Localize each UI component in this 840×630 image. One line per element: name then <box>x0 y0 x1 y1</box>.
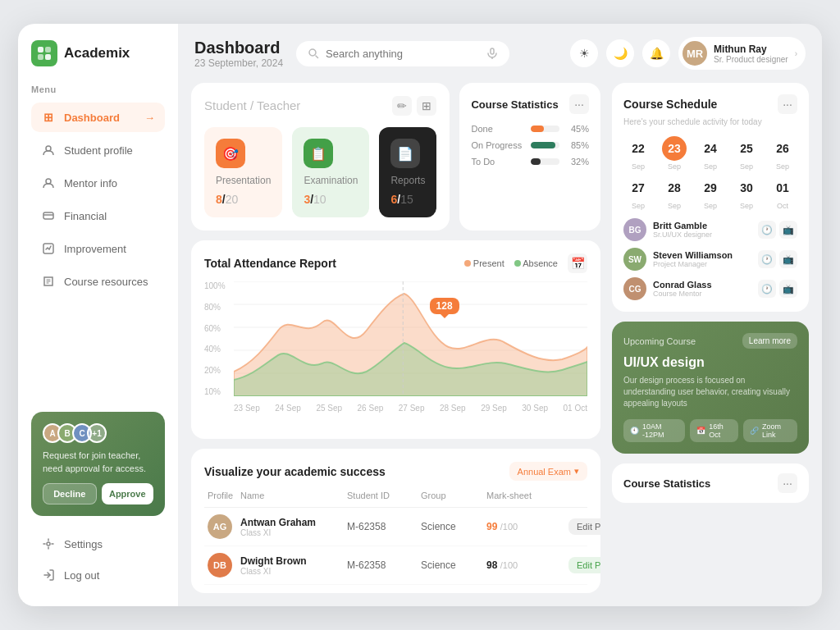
nav-student-profile[interactable]: Student profile <box>31 135 165 165</box>
clock-icon-1[interactable]: 🕐 <box>758 250 776 268</box>
table-header: Profile Name Student ID Group Mark-sheet <box>204 491 587 508</box>
instructor-item-2: CG Conrad Glass Course Mentor 🕐 📺 <box>623 277 797 300</box>
chevron-right-icon: › <box>795 49 797 58</box>
cal-day-23[interactable]: 23 Sep <box>660 136 689 171</box>
nav-financial[interactable]: Financial <box>31 201 165 231</box>
student-group-0: Science <box>421 521 486 532</box>
schedule-subtitle: Here's your schedule activity for today <box>623 117 797 126</box>
app-name: Academix <box>64 45 130 62</box>
avatar: MR <box>682 41 707 66</box>
settings-icon <box>41 536 56 551</box>
svg-point-5 <box>46 179 51 184</box>
nav-dashboard[interactable]: ⊞ Dashboard → <box>31 103 165 132</box>
schedule-panel: Course Schedule ··· Here's your schedule… <box>612 83 809 312</box>
user-profile[interactable]: MR Mithun Ray Sr. Product designer › <box>678 37 806 70</box>
notifications-button[interactable]: 🔔 <box>642 39 670 67</box>
theme-button[interactable]: 🌙 <box>606 39 634 67</box>
nav-mentor-info[interactable]: Mentor info <box>31 168 165 198</box>
academic-panel: Visualize your academic success Annual E… <box>191 449 600 593</box>
search-bar[interactable] <box>296 41 509 66</box>
instructor-item-0: BG Britt Gamble Sr.UI/UX designer 🕐 📺 <box>623 218 797 241</box>
instructor-info-1: Steven Williamson Project Manager <box>653 250 751 268</box>
cal-day-27[interactable]: 27 Sep <box>623 176 653 210</box>
search-input[interactable] <box>326 48 480 60</box>
cs-done-bar <box>531 126 544 132</box>
main-content: Dashboard 23 September, 2024 ☀ 🌙 🔔 MR Mi… <box>178 24 822 606</box>
chart-svg-area: 128 <box>234 281 587 396</box>
presentation-value: 8/20 <box>216 193 271 206</box>
chart-tooltip: 128 <box>430 298 459 314</box>
cal-day-25[interactable]: 25 Sep <box>732 136 761 171</box>
edit-profile-button-0[interactable]: Edit Profile <box>568 518 600 535</box>
nav-arrow: → <box>144 112 155 124</box>
upcoming-meta: 🕙 10AM -12PM 📅 16th Oct 🔗 Zoom Link <box>623 419 797 442</box>
header-title-block: Dashboard 23 September, 2024 <box>194 39 283 69</box>
cs-progress-pct: 85% <box>566 140 589 150</box>
student-teacher-panel: Student / Teacher ✏ ⊞ 🎯 <box>191 83 450 231</box>
cs-progress-bar <box>531 142 555 148</box>
decline-button[interactable]: Decline <box>43 483 97 504</box>
screen-icon-2[interactable]: 📺 <box>779 280 797 298</box>
col-action <box>568 491 600 500</box>
col-profile: Profile <box>208 491 240 500</box>
edit-profile-button-1[interactable]: Edit Profile <box>568 557 600 573</box>
cs-more-button[interactable]: ··· <box>569 94 589 114</box>
nav-course-resources[interactable]: Course resources <box>31 267 165 296</box>
content-area: Student / Teacher ✏ ⊞ 🎯 <box>178 83 822 606</box>
st-title: Student / Teacher <box>204 98 300 112</box>
cal-day-29[interactable]: 29 Sep <box>696 176 725 210</box>
instructor-avatar-1: SW <box>623 248 646 271</box>
edit-icon[interactable]: ✏ <box>392 96 412 116</box>
page-date: 23 September, 2024 <box>194 57 283 69</box>
cal-day-22[interactable]: 22 Sep <box>623 136 653 171</box>
calendar-icon[interactable]: 📅 <box>568 253 587 273</box>
user-role: Sr. Product designer <box>714 55 788 64</box>
instructor-name-2: Conrad Glass <box>653 280 751 290</box>
nav-settings[interactable]: Settings <box>31 529 165 559</box>
student-name-1: Dwight Brown <box>240 555 347 567</box>
student-class-0: Class XI <box>240 528 347 537</box>
cal-day-28[interactable]: 28 Sep <box>660 176 689 210</box>
academic-title: Visualize your academic success <box>204 465 386 478</box>
upcoming-header: Upcoming Course Learn more <box>623 333 797 349</box>
cs-done-label: Done <box>471 124 524 134</box>
bottom-stats-more-button[interactable]: ··· <box>778 473 797 493</box>
instructor-info-2: Conrad Glass Course Mentor <box>653 280 751 298</box>
approve-button[interactable]: Approve <box>102 483 154 504</box>
user-name: Mithun Ray <box>714 43 788 55</box>
examination-icon: 📋 <box>304 139 333 168</box>
cal-day-01[interactable]: 01 Oct <box>768 176 797 210</box>
learn-more-button[interactable]: Learn more <box>742 333 797 349</box>
nav-improvement[interactable]: Improvement <box>31 234 165 263</box>
chart-title: Total Attendance Report <box>204 257 336 270</box>
grid-icon[interactable]: ⊞ <box>417 96 436 116</box>
student-avatar-1: DB <box>208 553 232 578</box>
nav-logout[interactable]: Log out <box>31 560 165 590</box>
chart-area: 10%20%40%60%80%100% <box>204 281 587 413</box>
cal-day-24[interactable]: 24 Sep <box>696 136 725 171</box>
clock-icon-2[interactable]: 🕐 <box>758 280 776 298</box>
screen-icon-0[interactable]: 📺 <box>779 221 797 239</box>
legend-present: Present <box>464 258 504 268</box>
clock-icon-0[interactable]: 🕐 <box>758 221 776 239</box>
student-id-1: M-62358 <box>347 559 421 571</box>
cal-day-26[interactable]: 26 Sep <box>768 136 797 171</box>
student-mark-0: 99 /100 <box>486 521 568 532</box>
bottom-stats-panel: Course Statistics ··· <box>612 463 809 503</box>
instructor-item-1: SW Steven Williamson Project Manager 🕐 📺 <box>623 248 797 271</box>
exam-button[interactable]: Annual Exam ▾ <box>509 462 587 481</box>
screen-icon-1[interactable]: 📺 <box>779 250 797 268</box>
presentation-card: 🎯 Presentation 8/20 <box>204 127 282 217</box>
cal-day-30[interactable]: 30 Sep <box>732 176 761 210</box>
cs-done-pct: 45% <box>566 124 589 134</box>
chevron-down-icon: ▾ <box>574 466 579 477</box>
instructor-name-1: Steven Williamson <box>653 250 751 260</box>
schedule-title: Course Schedule <box>623 98 717 111</box>
svg-rect-2 <box>38 54 43 60</box>
meta-zoom[interactable]: 🔗 Zoom Link <box>743 419 797 442</box>
attendance-panel: Total Attendance Report Present Absence … <box>191 240 600 439</box>
reports-value: 6/15 <box>390 193 425 206</box>
brightness-button[interactable]: ☀ <box>570 39 598 67</box>
schedule-more-button[interactable]: ··· <box>778 94 797 114</box>
table-row: AG Antwan Graham Class XI M-62358 Scienc… <box>204 508 587 546</box>
